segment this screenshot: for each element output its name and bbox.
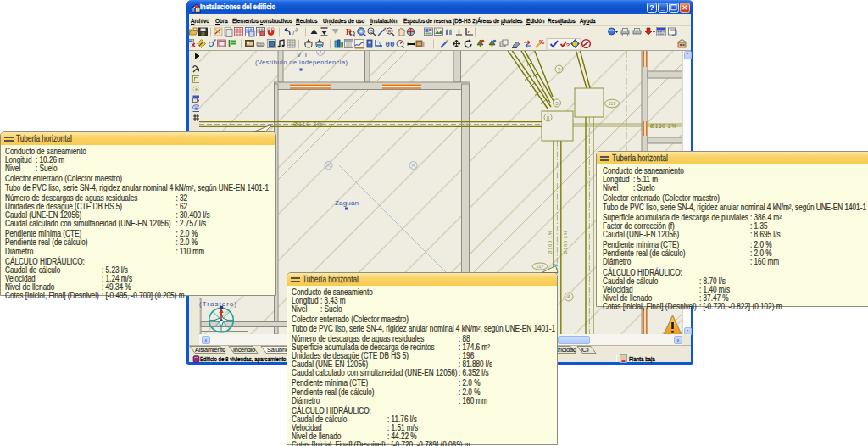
svg-text:Ø160 1%: Ø160 1% [548, 230, 553, 254]
svg-text:Q: Q [370, 29, 374, 34]
svg-text:Zaguán: Zaguán [335, 199, 359, 207]
svg-text:(Trastero): (Trastero) [199, 300, 236, 308]
svg-text:Ø160 2%: Ø160 2% [563, 230, 568, 254]
svg-text:219: 219 [609, 101, 616, 106]
svg-text:R: R [388, 29, 392, 34]
svg-text:217: 217 [536, 264, 543, 269]
svg-text:00: 00 [386, 41, 395, 49]
svg-text:%: % [539, 39, 545, 45]
svg-text:?: ? [636, 29, 639, 35]
svg-text:?: ? [566, 42, 570, 49]
svg-text:R: R [346, 27, 353, 36]
svg-text:Ø160 2%: Ø160 2% [650, 123, 676, 129]
svg-text:(Vestíbulo de independencia): (Vestíbulo de independencia) [255, 59, 348, 66]
